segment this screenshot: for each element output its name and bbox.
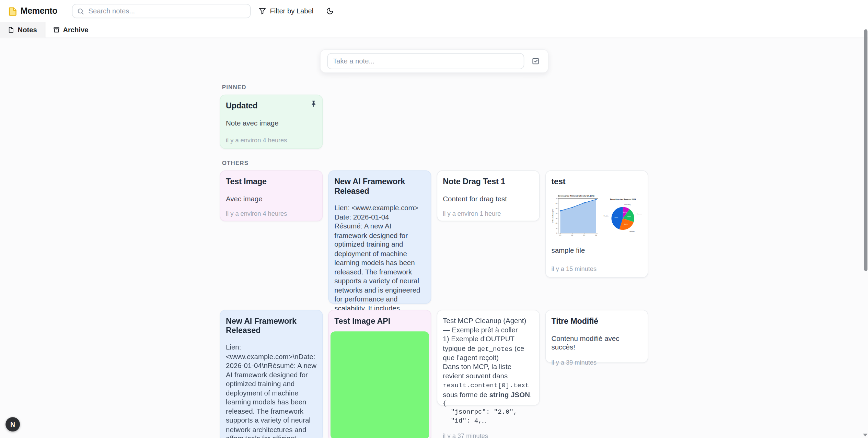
pinned-section-label: PINNED xyxy=(222,84,648,90)
file-icon xyxy=(8,26,14,33)
archive-icon xyxy=(53,26,59,33)
note-title: New AI Framework Released xyxy=(226,317,317,335)
note-body: Avec image xyxy=(226,194,317,204)
svg-text:Services: Services xyxy=(629,230,635,232)
note-title: Titre Modifié xyxy=(551,317,642,326)
svg-text:10: 10 xyxy=(556,227,557,229)
svg-text:25.0%: 25.0% xyxy=(624,224,628,225)
search-input[interactable] xyxy=(87,7,245,15)
tab-archive[interactable]: Archive xyxy=(45,22,96,38)
checkbox-icon xyxy=(531,57,540,65)
take-a-note-input[interactable] xyxy=(327,53,524,69)
note-timestamp: il y a 15 minutes xyxy=(551,259,642,272)
svg-text:Produits: Produits xyxy=(603,215,608,217)
note-composer xyxy=(320,49,548,73)
svg-text:60: 60 xyxy=(556,202,557,204)
note-card-image-api[interactable]: Test Image API xyxy=(328,310,431,438)
svg-text:0: 0 xyxy=(556,232,557,234)
filter-by-label-text: Filter by Label xyxy=(270,7,314,15)
top-bar: Memento Filter by Label xyxy=(0,0,868,22)
tab-notes-label: Notes xyxy=(18,26,37,34)
moon-icon xyxy=(326,7,334,15)
search-icon xyxy=(77,8,84,15)
note-title: Note Drag Test 1 xyxy=(443,177,534,186)
svg-text:20.0%: 20.0% xyxy=(627,216,631,217)
note-card-updated[interactable]: Updated Note avec image il y a environ 4… xyxy=(220,95,323,149)
svg-text:10.0%: 10.0% xyxy=(623,211,627,213)
others-grid: Test Image Avec image il y a environ 4 h… xyxy=(220,170,648,438)
app-root: Memento Filter by Label xyxy=(0,0,868,438)
note-title: New AI Framework Released xyxy=(334,177,425,196)
svg-text:Licences: Licences xyxy=(637,213,642,214)
top-right-actions: Filter by Label xyxy=(255,5,336,17)
note-body: Note avec image xyxy=(226,119,317,128)
note-title: Test Image API xyxy=(331,317,429,326)
svg-text:Q1: Q1 xyxy=(559,234,562,236)
note-title: Test Image xyxy=(226,177,317,186)
funnel-icon xyxy=(258,7,266,15)
note-image-attachment xyxy=(331,331,429,438)
scrollbar-thumb[interactable] xyxy=(864,29,868,271)
note-card-test-image[interactable]: Test Image Avec image il y a environ 4 h… xyxy=(220,170,323,221)
pin-icon[interactable] xyxy=(310,100,317,107)
svg-text:Répartition des Revenus 2024: Répartition des Revenus 2024 xyxy=(610,198,636,200)
checklist-toggle-button[interactable] xyxy=(530,55,541,67)
tab-notes[interactable]: Notes xyxy=(0,22,45,38)
note-timestamp: il y a 39 minutes xyxy=(551,352,642,366)
note-timestamp: il y a environ 1 heure xyxy=(443,204,534,217)
note-title: Updated xyxy=(226,101,317,110)
note-card-drag-test[interactable]: Note Drag Test 1 Content for drag test i… xyxy=(437,170,540,221)
svg-text:30: 30 xyxy=(556,217,557,219)
note-card-test[interactable]: test Croissance Trimestrielle du CA (M€)… xyxy=(545,170,648,278)
pie-chart: Répartition des Revenus 202410.0%Consult… xyxy=(603,192,642,240)
scrollbar-down-arrow[interactable] xyxy=(863,434,868,437)
note-body: Lien: <www.example.com>\nDate: 2026-01-0… xyxy=(226,343,317,438)
note-timestamp: il y a environ 4 heures xyxy=(226,204,317,217)
note-card-ai-framework-1[interactable]: New AI Framework Released Lien: <www.exa… xyxy=(328,170,431,304)
note-title: test xyxy=(551,177,642,186)
note-timestamp: il y a 37 minutes xyxy=(443,426,534,438)
inline-code: result.content[0].text xyxy=(443,382,529,390)
note-card-mcp-cleanup[interactable]: Test MCP Cleanup (Agent) — Exemple prêt … xyxy=(437,310,540,405)
tab-bar: Notes Archive xyxy=(0,22,868,38)
svg-text:Q3: Q3 xyxy=(583,234,585,236)
pinned-grid: Updated Note avec image il y a environ 4… xyxy=(220,95,648,149)
note-attachment-charts: Croissance Trimestrielle du CA (M€)01020… xyxy=(551,192,642,240)
svg-text:Q4: Q4 xyxy=(595,234,597,236)
code-block: { "jsonrpc": "2.0", "id": 4,… xyxy=(443,400,534,426)
svg-text:Q2: Q2 xyxy=(571,234,573,236)
svg-text:Chiffre d'affaires (M€): Chiffre d'affaires (M€) xyxy=(552,208,554,223)
note-body: sample file xyxy=(551,246,642,255)
app-logo: Memento xyxy=(8,6,58,16)
note-body: Content for drag test xyxy=(443,194,534,204)
theme-toggle-button[interactable] xyxy=(324,5,335,16)
line-chart: Croissance Trimestrielle du CA (M€)01020… xyxy=(551,192,601,240)
svg-text:40: 40 xyxy=(556,212,557,214)
inline-code: get_notes xyxy=(477,345,512,353)
others-section-label: OTHERS xyxy=(222,159,648,166)
note-body: Test MCP Cleanup (Agent) — Exemple prêt … xyxy=(443,317,534,400)
note-logo-icon xyxy=(8,7,17,16)
search-box[interactable] xyxy=(72,4,251,18)
user-avatar[interactable]: N xyxy=(5,417,20,431)
note-body: Contenu modifié avec succès! xyxy=(551,334,642,352)
svg-text:Croissance Trimestrielle du CA: Croissance Trimestrielle du CA (M€) xyxy=(558,194,594,197)
notes-board: PINNED Updated Note avec image il y a en… xyxy=(220,84,648,438)
note-card-ai-framework-2[interactable]: New AI Framework Released Lien: <www.exa… xyxy=(220,310,323,438)
svg-text:20: 20 xyxy=(556,222,557,224)
note-timestamp: il y a environ 4 heures xyxy=(226,130,317,143)
note-card-titre-modifie[interactable]: Titre Modifié Contenu modifié avec succè… xyxy=(545,310,648,363)
filter-by-label-button[interactable]: Filter by Label xyxy=(255,5,317,17)
app-title: Memento xyxy=(21,6,57,16)
svg-text:50: 50 xyxy=(556,208,557,209)
svg-text:Consulting: Consulting xyxy=(624,204,630,205)
svg-text:70: 70 xyxy=(556,198,557,199)
svg-text:45.0%: 45.0% xyxy=(614,216,618,218)
tab-archive-label: Archive xyxy=(63,26,88,34)
